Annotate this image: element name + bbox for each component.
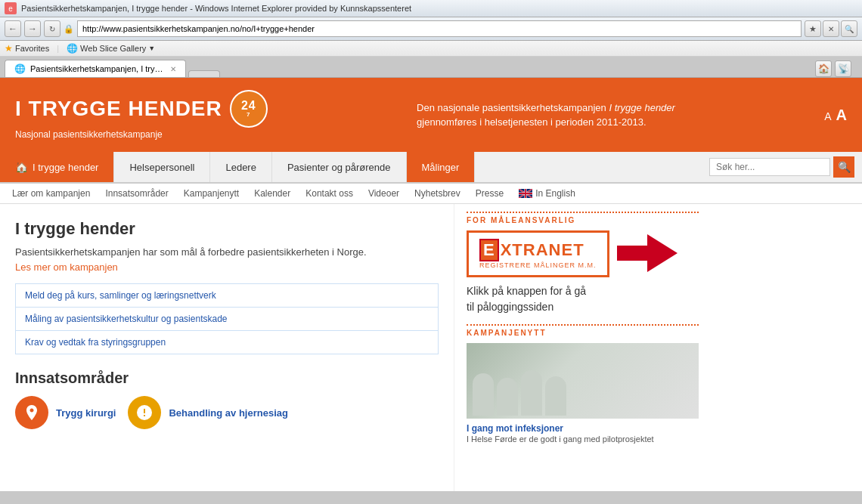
page-intro: Pasientsikkerhetskampanjen har som mål å…	[15, 245, 439, 274]
web-slice-gallery-item[interactable]: 🌐 Web Slice Gallery ▼	[67, 43, 155, 54]
page-title: I trygge hender	[15, 219, 439, 239]
nav-item-malinger[interactable]: Målinger	[407, 152, 476, 182]
main-content: I trygge hender Pasientsikkerhetskampanj…	[0, 204, 454, 491]
title-bar: e Pasientsikkerhetskampanjen, I trygge h…	[0, 0, 862, 17]
tab-label: Pasientsikkerhetskampanjen, I trygge hen…	[30, 64, 166, 73]
english-label: In English	[535, 188, 575, 199]
for-label: FOR MÅLEANSVARLIG	[467, 212, 699, 224]
home-toolbar-button[interactable]: 🏠	[815, 60, 832, 77]
nav-item-ledere[interactable]: Ledere	[210, 152, 271, 182]
news-image-inner	[467, 343, 699, 419]
news-title[interactable]: I gang mot infeksjoner	[467, 423, 699, 434]
person-3	[521, 370, 542, 416]
nav-label-helsepersonell: Helsepersonell	[129, 162, 194, 173]
nav-in-english[interactable]: In English	[519, 188, 575, 199]
search-button[interactable]: 🔍	[833, 156, 854, 178]
category-icon-kirurgi	[15, 396, 48, 429]
section-innsatsomrader-title: Innsatsområder	[15, 369, 439, 387]
logo-title: I TRYGGE HENDER 24 7	[15, 90, 268, 128]
header-text-line1: Den nasjonale pasientsikkerhetskampanjen	[417, 102, 606, 113]
nav-innsatsomrader[interactable]: Innsatsområder	[105, 188, 168, 199]
window-title: Pasientsikkerhetskampanjen, I trygge hen…	[21, 4, 411, 13]
site-header: I TRYGGE HENDER 24 7 Nasjonal pasientsik…	[0, 78, 862, 152]
intro-link[interactable]: Les mer om kampanjen	[15, 261, 118, 273]
nav-presse[interactable]: Presse	[476, 188, 504, 199]
nav-bar: ← → ↻ 🔒 ★ ✕ 🔍	[0, 17, 862, 41]
refresh-button[interactable]: ↻	[44, 20, 60, 37]
link-krav[interactable]: Krav og vedtak fra styringsgruppen	[25, 337, 166, 348]
category-label-hjernesiag[interactable]: Behandling av hjernesiag	[169, 407, 288, 419]
font-size-controls: A A	[824, 107, 847, 124]
extranet-title: E XTRANET	[479, 239, 597, 261]
category-trygg-kirurgi: Trygg kirurgi	[15, 396, 116, 429]
header-tagline: Den nasjonale pasientsikkerhetskampanjen…	[417, 100, 675, 130]
nav-label-home: I trygge hender	[33, 162, 98, 173]
secondary-nav: Lær om kampanjen Innsatsområder Kampanje…	[0, 184, 862, 204]
ex-text: E	[479, 239, 499, 261]
category-icon-hjernesiag	[128, 396, 161, 429]
link-list: Meld deg på kurs, samlinger og læringsne…	[15, 283, 439, 354]
arrow-icon	[617, 230, 678, 276]
category-label-kirurgi[interactable]: Trygg kirurgi	[56, 407, 116, 419]
sidebar: FOR MÅLEANSVARLIG E XTRANET REGISTRERE M…	[454, 204, 711, 491]
header-text-line2: gjennomføres i helsetjenesten i perioden…	[417, 116, 646, 128]
home-icon: 🏠	[15, 161, 28, 173]
category-hjernesiag: Behandling av hjernesiag	[128, 396, 288, 429]
logo-text: I TRYGGE HENDER	[15, 97, 222, 121]
nav-lær-om-kampanjen[interactable]: Lær om kampanjen	[12, 188, 90, 199]
news-excerpt: I Helse Førde er de godt i gang med pilo…	[467, 434, 699, 445]
web-icon: 🌐	[67, 43, 78, 54]
nav-kalender[interactable]: Kalender	[254, 188, 290, 199]
link-maling[interactable]: Måling av pasientsikkerhetskultur og pas…	[25, 314, 227, 324]
nav-videoer[interactable]: Videoer	[368, 188, 399, 199]
badge-sub: 7	[247, 112, 250, 118]
person-1	[473, 373, 494, 416]
badge-main: 24	[241, 100, 256, 112]
list-item: Krav og vedtak fra styringsgruppen	[16, 331, 438, 354]
list-item: Måling av pasientsikkerhetskultur og pas…	[16, 308, 438, 331]
font-size-small-button[interactable]: A	[824, 110, 831, 122]
tab-close-button[interactable]: ✕	[170, 65, 176, 73]
nav-kampanjenytt[interactable]: Kampanjenytt	[184, 188, 239, 199]
rss-button[interactable]: 📡	[835, 60, 851, 77]
person-4	[545, 376, 566, 416]
favorites-button[interactable]: ★ Favorites	[5, 43, 49, 54]
new-tab[interactable]	[188, 70, 220, 77]
link-kurs[interactable]: Meld deg på kurs, samlinger og læringsne…	[25, 290, 216, 301]
arrow-container	[617, 230, 678, 276]
tab-icon: 🌐	[14, 63, 26, 74]
favorites-star-button[interactable]: ★	[805, 20, 821, 37]
favorites-bar: ★ Favorites | 🌐 Web Slice Gallery ▼	[0, 41, 862, 57]
logo-badge: 24 7	[230, 90, 268, 128]
intro-text: Pasientsikkerhetskampanjen har som mål å…	[15, 246, 367, 258]
logo-subtitle: Nasjonal pasientsikkerhetskampanje	[15, 129, 268, 140]
font-size-large-button[interactable]: A	[836, 107, 847, 124]
kampanjenytt-section: KAMPANJENYTT I gang mot infeksjoner I He…	[467, 324, 699, 445]
nav-label-pasienter: Pasienter og pårørende	[287, 162, 391, 173]
web-slice-label: Web Slice Gallery	[80, 44, 146, 53]
forward-button[interactable]: →	[24, 20, 41, 37]
address-bar[interactable]	[77, 20, 802, 37]
secure-icon: 🔒	[64, 24, 74, 34]
nav-item-i-trygge-hender[interactable]: 🏠 I trygge hender	[0, 152, 114, 182]
back-button[interactable]: ←	[5, 20, 21, 37]
refresh-stop-button[interactable]: ✕	[823, 20, 839, 37]
news-people	[467, 367, 572, 419]
extranet-subtitle: REGISTRERE MÅLINGER M.M.	[479, 261, 597, 269]
header-right: A A	[824, 107, 847, 124]
main-nav: 🏠 I trygge hender Helsepersonell Ledere …	[0, 152, 862, 184]
website-container: I TRYGGE HENDER 24 7 Nasjonal pasientsik…	[0, 78, 862, 491]
search-tools-button[interactable]: 🔍	[841, 20, 857, 37]
nav-item-pasienter[interactable]: Pasienter og pårørende	[272, 152, 407, 182]
search-input[interactable]	[709, 158, 830, 176]
nav-kontakt-oss[interactable]: Kontakt oss	[305, 188, 353, 199]
nav-nyhetsbrev[interactable]: Nyhetsbrev	[414, 188, 460, 199]
nav-label-malinger: Målinger	[422, 162, 460, 173]
nav-item-helsepersonell[interactable]: Helsepersonell	[114, 152, 210, 182]
list-item: Meld deg på kurs, samlinger og læringsne…	[16, 284, 438, 308]
extranet-button[interactable]: E XTRANET REGISTRERE MÅLINGER M.M.	[467, 230, 609, 277]
category-grid: Trygg kirurgi Behandling av hjernesiag	[15, 396, 439, 429]
header-text-italic: I trygge hender	[609, 102, 674, 113]
active-tab[interactable]: 🌐 Pasientsikkerhetskampanjen, I trygge h…	[5, 60, 186, 77]
for-maleansvarlig-section: FOR MÅLEANSVARLIG E XTRANET REGISTRERE M…	[467, 212, 699, 315]
